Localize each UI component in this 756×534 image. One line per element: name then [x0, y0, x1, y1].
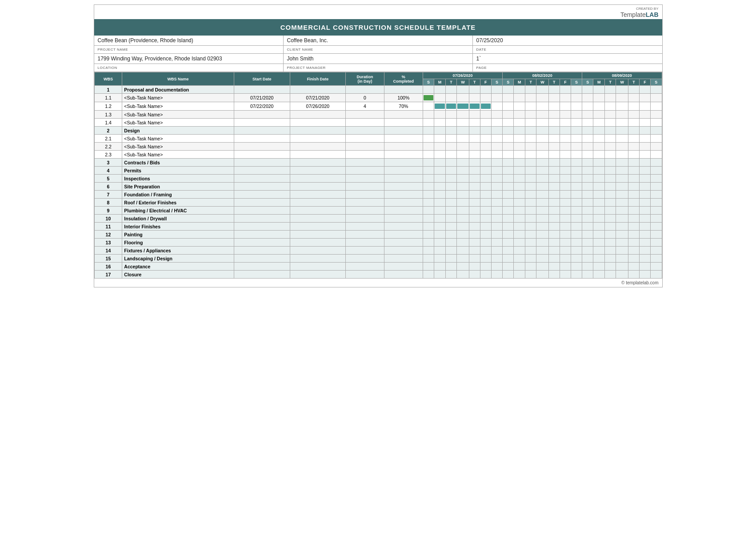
header-row-1: WBS WBS Name Start Date Finish Date Dura… — [94, 72, 662, 79]
cell-duration — [346, 111, 384, 119]
gantt-cell — [616, 111, 628, 119]
gantt-cell — [605, 167, 616, 175]
cell-name: Painting — [122, 231, 234, 239]
gantt-cell — [536, 247, 549, 255]
gantt-cell — [605, 183, 616, 191]
cell-start — [234, 143, 290, 151]
gantt-cell — [628, 143, 639, 151]
cell-duration: 4 — [346, 102, 384, 111]
table-row: 2.3<Sub-Task Name> — [94, 151, 662, 159]
cell-wbs: 4 — [94, 167, 122, 175]
table-row: 13Flooring — [94, 239, 662, 247]
gantt-cell — [423, 111, 434, 119]
table-row: 3Contracts / Bids — [94, 159, 662, 167]
gantt-cell — [571, 255, 582, 263]
gantt-cell — [536, 231, 549, 239]
gantt-cell — [582, 247, 593, 255]
client-name-cell: Coffee Bean, Inc. — [284, 36, 473, 45]
gantt-cell — [651, 175, 662, 183]
gantt-cell — [651, 159, 662, 167]
gantt-cell — [616, 119, 628, 127]
gantt-cell — [548, 151, 560, 159]
day-w1-t2: T — [469, 79, 480, 86]
gantt-cell — [503, 215, 514, 223]
gantt-cell — [514, 127, 525, 135]
gantt-cell — [469, 135, 480, 143]
gantt-cell — [525, 119, 536, 127]
gantt-cell — [548, 86, 560, 94]
schedule-tbody: 1Proposal and Documentation1.1<Sub-Task … — [94, 86, 662, 279]
gantt-cell — [616, 255, 628, 263]
gantt-cell — [651, 263, 662, 271]
gantt-cell — [593, 159, 605, 167]
gantt-cell — [651, 119, 662, 127]
gantt-cell — [491, 271, 502, 279]
gantt-cell — [434, 231, 446, 239]
gantt-cell — [525, 239, 536, 247]
gantt-cell — [469, 191, 480, 199]
gantt-cell — [434, 167, 446, 175]
gantt-cell — [480, 102, 491, 111]
table-row: 7Foundation / Framing — [94, 191, 662, 199]
gantt-cell — [469, 183, 480, 191]
cell-wbs: 10 — [94, 215, 122, 223]
gantt-cell — [560, 271, 571, 279]
table-row: 2.1<Sub-Task Name> — [94, 135, 662, 143]
gantt-cell — [593, 143, 605, 151]
date-label: DATE — [476, 48, 659, 52]
cell-finish — [290, 86, 346, 94]
cell-wbs: 9 — [94, 207, 122, 215]
gantt-cell — [536, 127, 549, 135]
cell-start — [234, 247, 290, 255]
cell-duration — [346, 207, 384, 215]
gantt-cell — [457, 247, 469, 255]
gantt-cell — [469, 111, 480, 119]
gantt-cell — [423, 167, 434, 175]
gantt-cell — [446, 263, 457, 271]
cell-duration — [346, 247, 384, 255]
gantt-bar — [424, 95, 433, 100]
cell-wbs: 3 — [94, 159, 122, 167]
gantt-cell — [605, 111, 616, 119]
gantt-cell — [605, 239, 616, 247]
cell-pct — [384, 175, 423, 183]
cell-duration — [346, 127, 384, 135]
gantt-cell — [560, 223, 571, 231]
gantt-cell — [605, 247, 616, 255]
gantt-cell — [628, 135, 639, 143]
gantt-cell — [514, 119, 525, 127]
cell-wbs: 15 — [94, 255, 122, 263]
gantt-cell — [593, 263, 605, 271]
gantt-cell — [514, 263, 525, 271]
gantt-cell — [446, 111, 457, 119]
gantt-cell — [525, 127, 536, 135]
location-cell: 1799 Winding Way, Providence, Rhode Isla… — [94, 54, 284, 64]
gantt-cell — [628, 215, 639, 223]
gantt-cell — [548, 143, 560, 151]
gantt-cell — [503, 94, 514, 102]
gantt-cell — [640, 215, 651, 223]
gantt-cell — [628, 175, 639, 183]
cell-pct — [384, 223, 423, 231]
gantt-cell — [536, 207, 549, 215]
gantt-cell — [536, 159, 549, 167]
gantt-cell — [560, 183, 571, 191]
gantt-cell — [491, 183, 502, 191]
gantt-cell — [423, 255, 434, 263]
gantt-cell — [640, 127, 651, 135]
gantt-cell — [423, 231, 434, 239]
gantt-cell — [560, 94, 571, 102]
gantt-cell — [457, 143, 469, 151]
gantt-cell — [480, 143, 491, 151]
gantt-cell — [616, 102, 628, 111]
gantt-cell — [491, 247, 502, 255]
gantt-cell — [593, 86, 605, 94]
table-row: 9Plumbing / Electrical / HVAC — [94, 207, 662, 215]
gantt-cell — [480, 191, 491, 199]
gantt-cell — [640, 175, 651, 183]
cell-name: Acceptance — [122, 263, 234, 271]
gantt-cell — [514, 102, 525, 111]
gantt-cell — [582, 111, 593, 119]
project-name-cell: Coffee Bean (Providence, Rhode Island) — [94, 36, 284, 45]
schedule-table-wrapper: WBS WBS Name Start Date Finish Date Dura… — [94, 72, 662, 279]
